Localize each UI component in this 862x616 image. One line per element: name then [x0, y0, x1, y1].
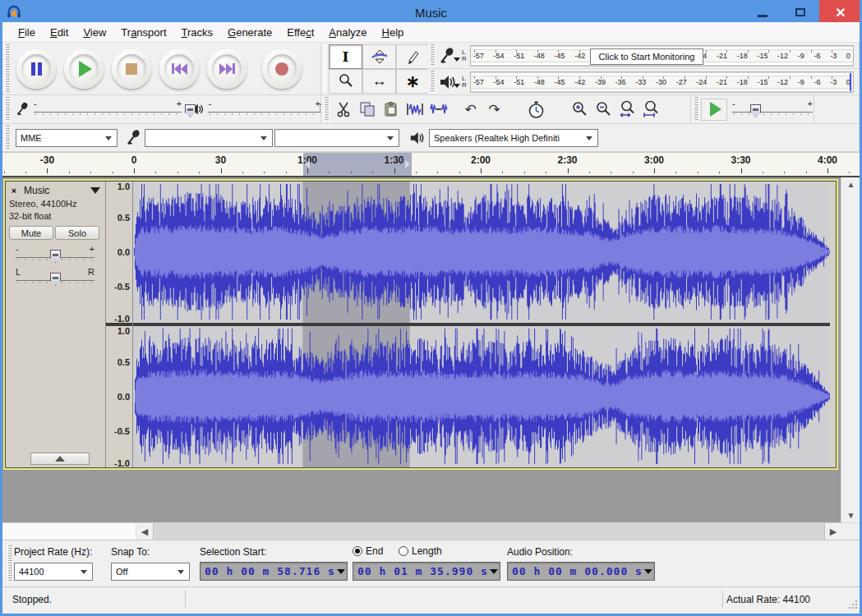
play-at-speed-button[interactable]: [701, 99, 727, 121]
fit-selection-button[interactable]: [616, 99, 638, 121]
audacity-window: Music ✕ FileEditViewTransportTracksGener…: [0, 0, 862, 616]
mute-button[interactable]: Mute: [9, 226, 53, 240]
toolbar-grip[interactable]: [5, 97, 11, 122]
waveform-display[interactable]: [133, 182, 830, 467]
playback-speed-slider[interactable]: -+: [732, 99, 813, 119]
speaker-icon: [439, 74, 455, 90]
toolbar-grip[interactable]: [324, 44, 325, 93]
track-collapse-button[interactable]: [30, 453, 90, 465]
playback-volume-slider[interactable]: -+: [208, 99, 320, 119]
project-rate-dropdown[interactable]: 44100: [14, 563, 93, 581]
multi-tool-button[interactable]: ∗: [396, 69, 430, 94]
menu-effect[interactable]: Effect: [279, 23, 321, 42]
track-gain-slider[interactable]: -+: [16, 245, 94, 264]
audio-track[interactable]: × Music Stereo, 44100Hz 32-bit float Mut…: [3, 179, 838, 470]
meter-dropdown-icon[interactable]: [454, 84, 460, 88]
draw-tool-button[interactable]: [396, 44, 430, 69]
menu-view[interactable]: View: [76, 23, 113, 42]
envelope-tool-button[interactable]: [362, 44, 396, 69]
recording-volume-slider[interactable]: -+: [34, 99, 182, 119]
selection-left-arrow-icon[interactable]: [305, 160, 310, 168]
resize-grip[interactable]: [849, 600, 857, 609]
time-shift-icon: ↔: [372, 72, 387, 90]
selection-start-field[interactable]: 00 h 00 m 58.716 s: [200, 562, 348, 581]
toolbar-grip[interactable]: [430, 44, 436, 67]
scroll-down-icon[interactable]: ▼: [841, 508, 860, 522]
silence-audio-button[interactable]: [427, 99, 449, 121]
toolbar-grip[interactable]: [430, 71, 436, 93]
playback-device-dropdown[interactable]: Speakers (Realtek High Definiti: [429, 129, 598, 147]
pause-button[interactable]: [16, 49, 56, 89]
zoom-out-button[interactable]: [592, 99, 615, 121]
close-button[interactable]: ✕: [819, 0, 862, 25]
toolbar-grip[interactable]: [5, 126, 11, 149]
zoom-in-button[interactable]: [569, 99, 591, 121]
toolbar-grip[interactable]: [694, 97, 699, 122]
track-close-button[interactable]: ×: [7, 184, 21, 197]
selection-end-radio[interactable]: End: [353, 545, 383, 557]
horizontal-scrollbar[interactable]: ◀ ▶: [2, 522, 860, 540]
db-scale-value: -24: [696, 78, 707, 86]
scrollbar-thumb[interactable]: [153, 523, 825, 540]
timeline-ruler[interactable]: -300301:001:302:002:303:003:304:00: [2, 152, 860, 176]
record-button[interactable]: [262, 49, 302, 89]
solo-button[interactable]: Solo: [55, 226, 99, 240]
scroll-left-icon[interactable]: ◀: [136, 523, 153, 540]
selection-right-arrow-icon[interactable]: [405, 160, 410, 168]
paste-button[interactable]: [380, 99, 402, 121]
minimize-button[interactable]: [744, 0, 781, 25]
toolbar-grip[interactable]: [7, 545, 13, 582]
menu-edit[interactable]: Edit: [43, 23, 76, 42]
fit-project-button[interactable]: [640, 99, 662, 121]
scroll-right-icon[interactable]: ▶: [825, 523, 841, 540]
track-name-menu[interactable]: Music: [21, 184, 104, 198]
copy-button[interactable]: [356, 99, 378, 121]
meter-dropdown-icon[interactable]: [454, 57, 460, 62]
trim-audio-button[interactable]: [403, 99, 426, 121]
play-button[interactable]: [64, 49, 104, 89]
monitoring-tooltip[interactable]: Click to Start Monitoring: [590, 48, 703, 65]
vertical-scrollbar[interactable]: ▲ ▼: [841, 177, 860, 522]
time-shift-tool-button[interactable]: ↔: [362, 69, 396, 94]
menu-file[interactable]: File: [11, 23, 43, 42]
track-pan-slider[interactable]: LR: [16, 268, 94, 287]
amplitude-label: 0.0: [118, 392, 130, 402]
playback-meter[interactable]: -57-54-51-48-45-42-39-36-33-30-27-24-21-…: [470, 71, 854, 93]
scissors-icon: [335, 101, 352, 117]
scroll-up-icon[interactable]: ▲: [841, 177, 860, 191]
slider-thumb[interactable]: [50, 273, 61, 286]
toolbar-grip[interactable]: [324, 97, 330, 122]
tools-toolbar: I ↔ ∗: [321, 43, 427, 95]
audio-host-dropdown[interactable]: MME: [16, 129, 118, 147]
menu-transport[interactable]: Transport: [113, 23, 173, 42]
cut-button[interactable]: [332, 99, 354, 121]
menu-analyze[interactable]: Analyze: [321, 23, 374, 42]
db-scale-value: -54: [493, 52, 504, 60]
menu-tracks[interactable]: Tracks: [174, 23, 221, 42]
skip-to-end-button[interactable]: [207, 49, 247, 89]
toolbar-grip[interactable]: [5, 44, 11, 93]
timeline-minor-tick: [90, 172, 91, 173]
menu-help[interactable]: Help: [375, 23, 412, 42]
recording-channels-dropdown[interactable]: [274, 129, 399, 147]
db-scale-value: -45: [555, 78, 565, 86]
selection-length-radio[interactable]: Length: [399, 545, 442, 557]
recording-device-dropdown[interactable]: [145, 129, 273, 147]
skip-to-start-button[interactable]: [159, 49, 199, 89]
edit-toolbar: ↶ ↷: [321, 95, 691, 124]
undo-button[interactable]: ↶: [459, 99, 482, 121]
db-scale-value: -57: [473, 78, 484, 86]
zoom-tool-button[interactable]: [329, 69, 362, 94]
stop-button[interactable]: [112, 49, 151, 89]
maximize-button[interactable]: [781, 0, 819, 25]
device-toolbar: MME Speakers (Realtek High Definiti: [2, 124, 860, 152]
selection-tool-button[interactable]: I: [329, 44, 362, 69]
slider-thumb[interactable]: [50, 250, 61, 263]
audio-position-field[interactable]: 00 h 00 m 00.000 s: [507, 562, 655, 581]
timer-record-button[interactable]: [525, 99, 547, 121]
snap-to-dropdown[interactable]: Off: [111, 563, 190, 581]
selection-end-field[interactable]: 00 h 01 m 35.990 s: [353, 562, 500, 581]
menu-generate[interactable]: Generate: [220, 23, 279, 42]
redo-button[interactable]: ↷: [483, 99, 505, 121]
slider-thumb[interactable]: [750, 104, 761, 117]
